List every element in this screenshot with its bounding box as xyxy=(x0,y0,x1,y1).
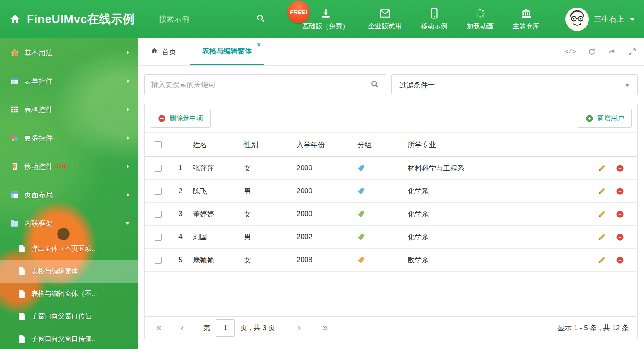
delete-row-icon[interactable] xyxy=(616,164,624,172)
source-code-icon[interactable]: </> xyxy=(565,48,576,56)
major-link[interactable]: 化学系 xyxy=(408,187,429,195)
nav-loading-animation[interactable]: 加载动画 xyxy=(467,8,494,31)
add-user-button[interactable]: 新增用户 xyxy=(578,109,632,128)
edit-icon[interactable] xyxy=(598,256,606,264)
sidebar-item-form-controls[interactable]: 表单控件 xyxy=(0,67,138,95)
sidebar-item-more-controls[interactable]: 更多控件 xyxy=(0,124,138,152)
refresh-icon[interactable] xyxy=(588,48,596,56)
nav-label: 加载动画 xyxy=(467,22,494,31)
expand-icon[interactable] xyxy=(628,48,636,56)
last-page-button[interactable]: » xyxy=(322,323,328,333)
table-row: 5 康颖颖 女 2008 数学系 xyxy=(145,249,637,272)
chevron-right-icon xyxy=(127,136,129,140)
sidebar-item-label: 更多控件 xyxy=(24,133,53,143)
sidebar-subitem-child-to-parent-2[interactable]: 子窗口向父窗口传值... xyxy=(0,328,138,349)
cell-name: 张萍萍 xyxy=(190,163,241,173)
filter-dropdown-value: 过滤条件一 xyxy=(399,80,435,90)
delete-row-icon[interactable] xyxy=(616,233,624,241)
download-icon xyxy=(320,8,331,19)
brand[interactable]: FineUIMvc在线示例 xyxy=(9,11,135,27)
col-header-group: 分组 xyxy=(354,140,404,150)
nav-label: 基础版（免费） xyxy=(302,22,349,31)
row-checkbox[interactable] xyxy=(155,257,162,264)
user-menu[interactable]: 三生石上 xyxy=(565,8,635,31)
chevron-down-icon xyxy=(125,222,129,225)
nav-mobile-demo[interactable]: 移动示例 xyxy=(421,8,448,31)
select-all-checkbox[interactable] xyxy=(155,141,162,148)
table-row: 4 刘国 男 2002 化学系 xyxy=(145,226,637,249)
sidebar-subitem-label: 表格与编辑窗体 xyxy=(31,267,78,276)
user-name: 三生石上 xyxy=(594,14,624,24)
cell-name: 陈飞 xyxy=(190,186,241,196)
tab-home[interactable]: 首页 xyxy=(144,38,183,65)
sidebar-item-label: 表格控件 xyxy=(24,105,53,115)
delete-row-icon[interactable] xyxy=(616,187,624,195)
major-link[interactable]: 化学系 xyxy=(408,233,429,241)
cell-gender: 女 xyxy=(241,255,293,265)
delete-selected-label: 删除选中项 xyxy=(170,114,203,123)
sidebar-subitem-child-to-parent[interactable]: 子窗口向父窗口传值 xyxy=(0,305,138,328)
row-number: 4 xyxy=(171,233,190,241)
open-in-new-window-icon[interactable] xyxy=(608,48,616,56)
cell-year: 2000 xyxy=(293,210,354,218)
keyword-search-input[interactable] xyxy=(151,81,370,89)
major-link[interactable]: 数学系 xyxy=(408,256,429,264)
cell-gender: 男 xyxy=(241,232,293,242)
sidebar-subitem-grid-edit-window-no[interactable]: 表格与编辑窗体（不... xyxy=(0,283,138,305)
user-grid-panel: 删除选中项 新增用户 姓名 性别 入学年份 分组 所学专业 xyxy=(144,104,638,339)
sidebar-item-mobile-controls[interactable]: 移动控件 Corp. xyxy=(0,152,138,181)
edit-icon[interactable] xyxy=(598,187,606,195)
page-number-input[interactable] xyxy=(216,319,235,337)
edit-icon[interactable] xyxy=(598,164,606,172)
sidebar-item-label: 页面布局 xyxy=(24,190,53,200)
file-icon xyxy=(18,245,26,253)
sidebar-item-basic-usage[interactable]: 基本用法 xyxy=(0,38,138,67)
major-link[interactable]: 材料科学与工程系 xyxy=(408,164,464,172)
add-user-label: 新增用户 xyxy=(597,114,624,123)
sidebar-item-iframe[interactable]: 内联框架 xyxy=(0,209,138,237)
delete-row-icon[interactable] xyxy=(616,210,624,218)
cell-name: 刘国 xyxy=(190,232,241,242)
nav-enterprise-trial[interactable]: 企业版试用 xyxy=(368,8,402,31)
prev-page-button[interactable]: ‹ xyxy=(181,323,184,333)
form-icon xyxy=(10,76,19,86)
sidebar-subitem-label: 子窗口向父窗口传值... xyxy=(31,335,97,344)
pager-divider xyxy=(287,322,287,334)
sidebar: 基本用法 表单控件 表格控件 更多控件 xyxy=(0,38,138,349)
cell-year: 2002 xyxy=(293,233,354,241)
edit-icon[interactable] xyxy=(598,210,606,218)
sidebar-item-page-layout[interactable]: 页面布局 xyxy=(0,181,138,209)
chevron-right-icon xyxy=(127,193,129,197)
page: FineUIMvc在线示例 FREE! 基础版（免费） 企业版试用 xyxy=(0,0,644,349)
nav-theme-store[interactable]: 主题仓库 xyxy=(513,8,540,31)
header-search-input[interactable] xyxy=(159,15,256,24)
search-icon[interactable] xyxy=(370,80,379,90)
sidebar-subitem-popup-window[interactable]: 弹出窗体（本页面或... xyxy=(0,237,138,260)
next-page-button[interactable]: › xyxy=(298,323,301,333)
sidebar-subitem-grid-edit-window[interactable]: 表格与编辑窗体 xyxy=(0,260,138,283)
avatar xyxy=(565,8,589,31)
tab-grid-edit-window[interactable]: 表格与编辑窗体 × xyxy=(190,38,264,65)
major-link[interactable]: 化学系 xyxy=(408,210,429,218)
delete-selected-button[interactable]: 删除选中项 xyxy=(150,109,211,128)
row-number: 5 xyxy=(171,256,190,264)
close-icon[interactable]: × xyxy=(257,41,261,48)
filter-dropdown[interactable]: 过滤条件一 xyxy=(391,74,638,95)
delete-row-icon[interactable] xyxy=(616,256,624,264)
search-icon[interactable] xyxy=(256,14,265,25)
row-checkbox[interactable] xyxy=(155,188,162,195)
row-checkbox[interactable] xyxy=(155,211,162,218)
shapes-icon xyxy=(10,133,19,143)
sidebar-item-label: 基本用法 xyxy=(24,48,53,58)
row-checkbox[interactable] xyxy=(155,234,162,241)
layout-icon xyxy=(10,190,19,199)
main-area: 首页 表格与编辑窗体 × </> xyxy=(138,38,644,349)
row-checkbox[interactable] xyxy=(155,165,162,172)
sidebar-item-grid-controls[interactable]: 表格控件 xyxy=(0,95,138,124)
top-header: FineUIMvc在线示例 FREE! 基础版（免费） 企业版试用 xyxy=(0,0,644,38)
page-label-suffix: 页 , 共 3 页 xyxy=(240,323,275,333)
file-icon xyxy=(18,290,26,298)
row-number: 2 xyxy=(171,187,190,195)
first-page-button[interactable]: « xyxy=(156,323,162,333)
edit-icon[interactable] xyxy=(598,233,606,241)
